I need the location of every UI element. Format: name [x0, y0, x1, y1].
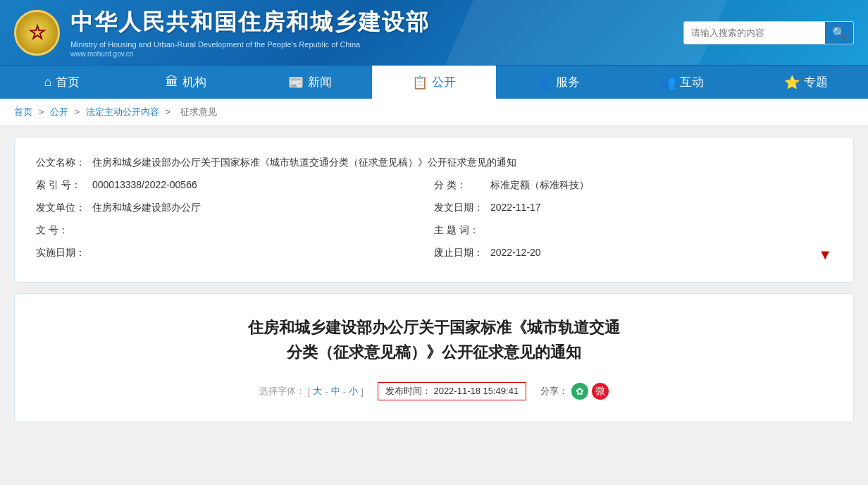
article-title: 住房和城乡建设部办公厅关于国家标准《城市轨道交通 分类（征求意见稿）》公开征求意… — [57, 315, 811, 364]
government-emblem: ☆ — [14, 10, 60, 56]
org-icon: 🏛 — [166, 75, 178, 90]
doc-category-label: 分 类： — [434, 179, 490, 192]
breadcrumb: 首页 > 公开 > 法定主动公开内容 > 征求意见 — [0, 99, 868, 126]
doc-info-card: 公文名称： 住房和城乡建设部办公厅关于国家标准《城市轨道交通分类（征求意见稿）》… — [14, 137, 854, 283]
font-size-label: 选择字体： — [259, 385, 305, 398]
font-medium-btn[interactable]: 中 — [331, 385, 340, 398]
service-icon: 👤 — [536, 75, 552, 90]
nav-special-label: 专题 — [804, 74, 828, 90]
nav-home-label: 首页 — [56, 74, 80, 90]
doc-impl-date-label: 实施日期： — [36, 247, 92, 259]
doc-issuer-label: 发文单位： — [36, 202, 92, 214]
nav-interact-label: 互动 — [680, 74, 704, 90]
home-icon: ⌂ — [44, 75, 52, 90]
doc-arrow-icon[interactable]: ▼ — [818, 247, 832, 263]
breadcrumb-open[interactable]: 法定主动公开内容 — [86, 106, 159, 117]
font-size-control: 选择字体： [ 大 - 中 - 小 ] — [259, 385, 364, 398]
breadcrumb-sep3: > — [165, 106, 173, 117]
doc-expire-date-label: 废止日期： — [434, 247, 490, 259]
nav-org[interactable]: 🏛 机构 — [124, 66, 248, 99]
pub-time-box: 发布时间： 2022-11-18 15:49:41 — [378, 382, 526, 400]
header-search-area: 🔍 — [683, 21, 854, 44]
breadcrumb-public[interactable]: 公开 — [50, 106, 68, 117]
article-title-line2: 分类（征求意见稿）》公开征求意见的通知 — [287, 343, 581, 361]
interact-icon: 👥 — [660, 75, 676, 90]
article-title-line1: 住房和城乡建设部办公厅关于国家标准《城市轨道交通 — [248, 319, 620, 336]
doc-expire-date-value: 2022-12-20 — [490, 247, 541, 259]
doc-subject-label: 主 题 词： — [434, 224, 490, 237]
font-large-btn[interactable]: 大 — [313, 385, 322, 398]
doc-ref-label: 索 引 号： — [36, 179, 92, 192]
doc-ref-row: 索 引 号： 000013338/2022-00566 — [36, 174, 434, 197]
search-input[interactable] — [684, 23, 825, 42]
nav-news-label: 新闻 — [308, 74, 332, 90]
pub-time-value: 2022-11-18 15:49:41 — [433, 386, 519, 396]
doc-category-row: 分 类： 标准定额（标准科技） — [434, 174, 832, 197]
doc-no-label: 文 号： — [36, 224, 92, 237]
nav-public[interactable]: 📋 公开 — [372, 66, 496, 99]
nav-org-label: 机构 — [182, 74, 206, 90]
doc-issue-date-value: 2022-11-17 — [490, 202, 832, 213]
doc-issue-date-row: 发文日期： 2022-11-17 — [434, 197, 832, 219]
breadcrumb-sep2: > — [74, 106, 82, 117]
doc-ref-value: 000013338/2022-00566 — [92, 179, 434, 190]
doc-title-row: 公文名称： 住房和城乡建设部办公厅关于国家标准《城市轨道交通分类（征求意见稿）》… — [36, 152, 832, 174]
breadcrumb-home[interactable]: 首页 — [14, 106, 32, 117]
nav-public-label: 公开 — [432, 74, 456, 90]
doc-title-label: 公文名称： — [36, 156, 92, 169]
doc-impl-date-row: 实施日期： — [36, 242, 434, 268]
pub-time-label: 发布时间： — [385, 386, 431, 396]
doc-expire-date-row: 废止日期： 2022-12-20 ▼ — [434, 242, 832, 268]
search-box[interactable]: 🔍 — [683, 21, 854, 44]
wechat-share-icon[interactable]: ✿ — [571, 383, 588, 400]
nav-special[interactable]: ⭐ 专题 — [744, 66, 868, 99]
doc-title-value: 住房和城乡建设部办公厅关于国家标准《城市轨道交通分类（征求意见稿）》公开征求意见… — [92, 156, 832, 169]
header-logo-area: ☆ 中华人民共和国住房和城乡建设部 Ministry of Housing an… — [14, 7, 430, 58]
doc-issue-date-label: 发文日期： — [434, 202, 490, 214]
nav-service[interactable]: 👤 服务 — [496, 66, 620, 99]
nav-interact[interactable]: 👥 互动 — [620, 66, 744, 99]
article-card: 住房和城乡建设部办公厅关于国家标准《城市轨道交通 分类（征求意见稿）》公开征求意… — [14, 293, 854, 422]
doc-issuer-value: 住房和城乡建设部办公厅 — [92, 202, 434, 214]
doc-subject-row: 主 题 词： — [434, 219, 832, 242]
news-icon: 📰 — [288, 75, 304, 90]
doc-category-value: 标准定额（标准科技） — [490, 179, 832, 192]
doc-no-row: 文 号： — [36, 219, 434, 242]
breadcrumb-sep1: > — [39, 106, 46, 117]
main-nav: ⌂ 首页 🏛 机构 📰 新闻 📋 公开 👤 服务 👥 互动 ⭐ 专题 — [0, 65, 868, 99]
search-button[interactable]: 🔍 — [825, 22, 853, 44]
public-icon: 📋 — [412, 75, 428, 90]
share-label: 分享： — [540, 385, 568, 398]
weibo-share-icon[interactable]: 微 — [592, 383, 609, 400]
main-content: 公文名称： 住房和城乡建设部办公厅关于国家标准《城市轨道交通分类（征求意见稿）》… — [0, 126, 868, 433]
nav-news[interactable]: 📰 新闻 — [248, 66, 372, 99]
nav-home[interactable]: ⌂ 首页 — [0, 66, 124, 99]
header-title-block: 中华人民共和国住房和城乡建设部 Ministry of Housing and … — [70, 7, 430, 58]
site-url: www.mohurd.gov.cn — [70, 50, 430, 58]
font-small-btn[interactable]: 小 — [349, 385, 358, 398]
breadcrumb-current: 征求意见 — [180, 106, 217, 117]
page-header: ☆ 中华人民共和国住房和城乡建设部 Ministry of Housing an… — [0, 0, 868, 65]
site-title-cn: 中华人民共和国住房和城乡建设部 — [70, 7, 430, 38]
nav-service-label: 服务 — [556, 74, 580, 90]
article-meta: 选择字体： [ 大 - 中 - 小 ] 发布时间： 2022-11-18 15:… — [57, 382, 811, 400]
special-icon: ⭐ — [784, 75, 800, 90]
share-box: 分享： ✿ 微 — [540, 383, 609, 400]
site-title-en: Ministry of Housing and Urban-Rural Deve… — [70, 40, 430, 49]
doc-issuer-row: 发文单位： 住房和城乡建设部办公厅 — [36, 197, 434, 219]
